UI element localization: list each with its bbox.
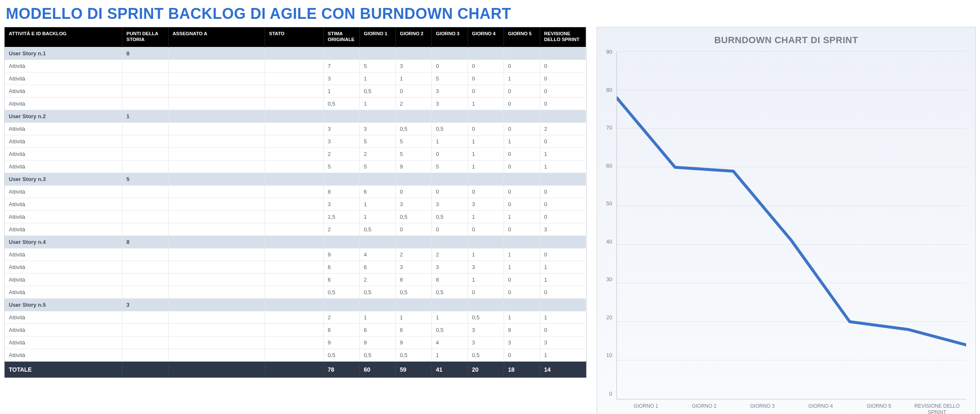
- chart-y-tick: 10: [606, 352, 612, 358]
- task-row: Attività9994333: [5, 336, 586, 349]
- task-row: Attività6633311: [5, 261, 586, 273]
- story-row: User Story n.18: [5, 47, 586, 60]
- chart-x-tick: GIORNO 3: [733, 403, 792, 414]
- story-row: User Story n.21: [5, 110, 586, 122]
- task-row: Attività9422110: [5, 248, 586, 261]
- chart-y-tick: 90: [606, 49, 612, 55]
- task-row: Attività330,50,5002: [5, 122, 586, 135]
- table-header-row: ATTIVITÀ E ID BACKLOGPUNTI DELLA STORIAA…: [5, 27, 586, 47]
- chart-x-ticks: GIORNO 1GIORNO 2GIORNO 3GIORNO 4GIORNO 5…: [617, 403, 966, 414]
- chart-x-tick: GIORNO 4: [792, 403, 850, 414]
- chart-y-tick: 30: [606, 276, 612, 282]
- chart-series: [617, 52, 966, 399]
- story-row: User Story n.48: [5, 235, 586, 248]
- story-row: User Story n.35: [5, 173, 586, 185]
- table-col-header: GIORNO 5: [504, 27, 540, 47]
- table-col-header: GIORNO 3: [432, 27, 468, 47]
- chart-y-tick: 80: [606, 86, 612, 93]
- chart-x-tick: GIORNO 5: [850, 403, 908, 414]
- task-row: Attività7530000: [5, 60, 586, 72]
- chart-y-ticks: 9080706050403020100: [606, 52, 616, 399]
- task-row: Attività0,50,50,50,5000: [5, 286, 586, 298]
- table-col-header: GIORNO 2: [395, 27, 432, 47]
- table-col-header: PUNTI DELLA STORIA: [122, 27, 168, 47]
- task-row: Attività3551110: [5, 135, 586, 147]
- story-row: User Story n.53: [5, 298, 586, 311]
- task-row: Attività0,50,50,510,501: [5, 349, 586, 361]
- burndown-chart-panel: BURNDOWN CHART DI SPRINT 908070605040302…: [597, 27, 976, 414]
- task-row: Attività10,503000: [5, 85, 586, 97]
- task-row: Attività5595101: [5, 160, 586, 173]
- chart-y-tick: 40: [606, 238, 612, 244]
- task-row: Attività3133300: [5, 198, 586, 210]
- table-col-header: REVISIONE DELLO SPRINT: [540, 27, 586, 47]
- chart-plot-area: GIORNO 1GIORNO 2GIORNO 3GIORNO 4GIORNO 5…: [616, 52, 966, 399]
- table-col-header: GIORNO 4: [468, 27, 504, 47]
- page-title: MODELLO DI SPRINT BACKLOG DI AGILE CON B…: [6, 5, 976, 23]
- table-col-header: ATTIVITÀ E ID BACKLOG: [5, 27, 122, 47]
- task-row: Attività3115010: [5, 72, 586, 85]
- table-col-header: STATO: [265, 27, 323, 47]
- table-col-header: ASSEGNATO A: [168, 27, 265, 47]
- task-row: Attività21110,511: [5, 311, 586, 323]
- table-body: User Story n.18Attività7530000Attività31…: [5, 47, 586, 378]
- chart-y-tick: 20: [606, 314, 612, 320]
- task-row: Attività8600000: [5, 185, 586, 198]
- backlog-table: ATTIVITÀ E ID BACKLOGPUNTI DELLA STORIAA…: [5, 27, 586, 378]
- chart-x-tick: GIORNO 2: [675, 403, 733, 414]
- total-row: TOTALE78605941201814: [5, 361, 586, 378]
- chart-body: 9080706050403020100 GIORNO 1GIORNO 2GIOR…: [606, 52, 967, 399]
- task-row: Attività6660,5390: [5, 323, 586, 336]
- backlog-table-container: ATTIVITÀ E ID BACKLOGPUNTI DELLA STORIAA…: [4, 27, 587, 378]
- chart-title: BURNDOWN CHART DI SPRINT: [606, 35, 967, 46]
- chart-x-tick: REVISIONE DELLO SPRINT: [908, 403, 966, 414]
- chart-x-tick: GIORNO 1: [617, 403, 675, 414]
- task-row: Attività6288101: [5, 273, 586, 286]
- task-row: Attività2250101: [5, 147, 586, 160]
- table-col-header: STIMA ORIGINALE: [323, 27, 359, 47]
- task-row: Attività1,510,50,5110: [5, 210, 586, 223]
- task-row: Attività0,5123100: [5, 97, 586, 110]
- chart-y-tick: 0: [606, 391, 612, 397]
- table-col-header: GIORNO 1: [359, 27, 395, 47]
- chart-y-tick: 60: [606, 162, 612, 168]
- chart-y-tick: 70: [606, 124, 612, 131]
- chart-y-tick: 50: [606, 200, 612, 207]
- task-row: Attività20,500003: [5, 223, 586, 235]
